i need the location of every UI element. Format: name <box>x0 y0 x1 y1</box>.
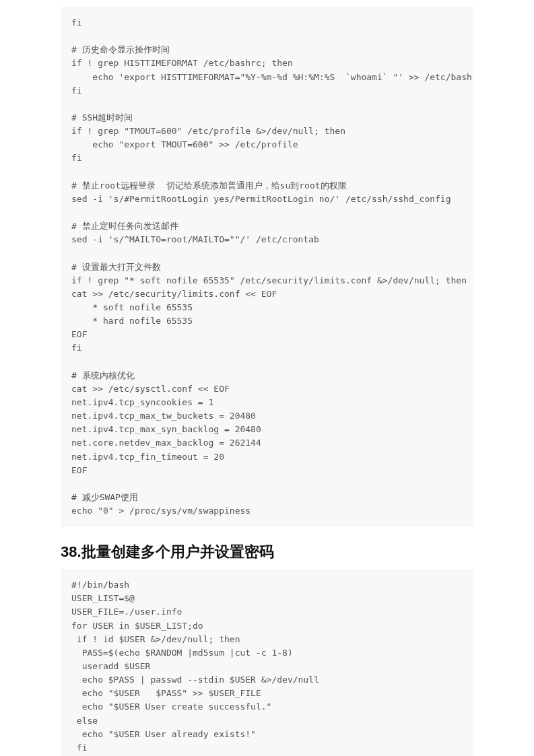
page: fi # 历史命令显示操作时间 if ! grep HISTTIMEFORMAT… <box>0 7 534 756</box>
code-block-2: #!/bin/bash USER_LIST=$@ USER_FILE=./use… <box>61 569 473 756</box>
heading-section-38: 38.批量创建多个用户并设置密码 <box>61 542 473 562</box>
code-block-1: fi # 历史命令显示操作时间 if ! grep HISTTIMEFORMAT… <box>61 7 473 527</box>
